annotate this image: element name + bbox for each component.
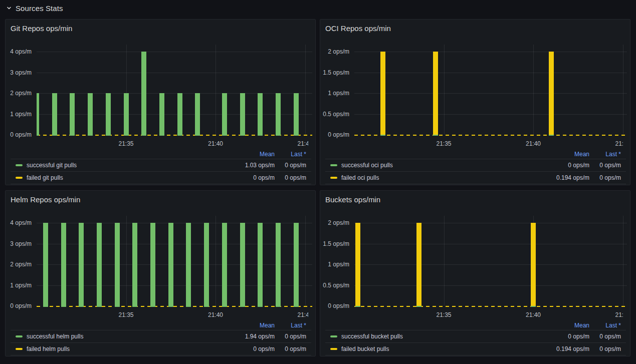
zero-line xyxy=(37,306,312,307)
legend-series-label[interactable]: successful git pulls xyxy=(27,162,77,169)
legend-series-label[interactable]: failed helm pulls xyxy=(27,345,70,352)
x-axis-tick-label: 21:35 xyxy=(436,311,451,319)
bar xyxy=(549,52,554,136)
grid-line-h xyxy=(37,285,312,286)
legend-row: successful helm pulls1.94 ops/m0 ops/m xyxy=(11,330,311,342)
bar xyxy=(177,93,182,136)
y-axis-tick-label: 1 ops/m xyxy=(328,89,349,97)
chart-plot[interactable] xyxy=(37,45,312,136)
grid-line-v xyxy=(216,216,216,306)
bar xyxy=(132,223,137,307)
legend-swatch[interactable] xyxy=(330,177,337,179)
legend-header: MeanLast * xyxy=(11,150,311,159)
x-axis-tick-label: 21:35 xyxy=(118,140,133,148)
legend-series-label[interactable]: failed oci pulls xyxy=(341,174,379,181)
x-axis-tick-label: 21:35 xyxy=(436,140,451,148)
legend-row: successful bucket pulls0 ops/m0 ops/m xyxy=(325,330,626,342)
legend-swatch[interactable] xyxy=(16,348,23,350)
zero-line xyxy=(354,135,627,136)
grid-line-h xyxy=(354,93,627,94)
legend-series-label[interactable]: successful bucket pulls xyxy=(341,333,403,340)
zero-base-mark xyxy=(416,306,421,307)
zero-base-mark xyxy=(531,306,536,307)
bar xyxy=(106,93,111,136)
grid-line-h xyxy=(37,73,312,73)
y-axis-tick-label: 3 ops/m xyxy=(10,69,32,77)
bar xyxy=(186,223,191,307)
grid-line-v xyxy=(305,45,306,135)
y-axis-tick-label: 4 ops/m xyxy=(10,48,32,56)
grid-line-v xyxy=(533,45,534,135)
legend-row: successful git pulls1.03 ops/m0 ops/m xyxy=(11,159,311,171)
y-axis-tick-label: 1 ops/m xyxy=(328,260,349,268)
bar xyxy=(240,93,245,136)
legend-header: MeanLast * xyxy=(11,321,311,330)
grid-line-h xyxy=(354,244,627,244)
bar xyxy=(416,223,421,307)
legend-col-mean[interactable]: Mean xyxy=(574,321,589,330)
x-axis-tick-label: 21:45 xyxy=(615,140,623,148)
legend-series-label[interactable]: failed bucket pulls xyxy=(341,345,389,352)
y-axis-tick-label: 1.5 ops/m xyxy=(323,69,349,77)
bar xyxy=(168,223,173,307)
panel-title[interactable]: Helm Repos ops/min xyxy=(11,195,80,205)
chart-plot[interactable] xyxy=(354,216,627,307)
zero-base-mark xyxy=(433,135,438,136)
bar xyxy=(380,52,385,136)
x-axis-tick-label: 21:45 xyxy=(297,311,308,319)
chart-plot[interactable] xyxy=(354,45,627,136)
legend-swatch[interactable] xyxy=(16,177,23,179)
legend-row: failed oci pulls0.194 ops/m0 ops/m xyxy=(325,171,626,184)
panel-title[interactable]: OCI Repos ops/min xyxy=(325,24,391,34)
y-axis-tick-label: 0 ops/m xyxy=(10,131,32,139)
grid-line-h xyxy=(37,93,312,94)
panel-title[interactable]: Git Repos ops/min xyxy=(11,24,72,34)
grid-line-h xyxy=(37,114,312,115)
grid-line-h xyxy=(354,264,627,265)
bar xyxy=(258,223,263,307)
grid-line-v xyxy=(216,45,216,135)
legend-last-value: 0 ops/m xyxy=(599,159,621,171)
y-axis-tick-label: 0.5 ops/m xyxy=(323,110,349,118)
legend-swatch[interactable] xyxy=(330,335,337,337)
bar xyxy=(258,93,263,136)
legend-mean-value: 0.194 ops/m xyxy=(556,343,589,355)
bar xyxy=(276,93,281,136)
legend-swatch[interactable] xyxy=(330,348,337,350)
legend-col-last[interactable]: Last * xyxy=(291,321,306,330)
legend-col-last[interactable]: Last * xyxy=(605,321,621,330)
sources-stats-row-header[interactable]: Sources Stats xyxy=(6,2,63,15)
y-axis-tick-label: 4 ops/m xyxy=(10,219,32,227)
bar xyxy=(88,93,93,136)
x-axis-tick-label: 21:45 xyxy=(297,140,308,148)
x-axis-tick-label: 21:40 xyxy=(208,140,223,148)
legend-col-mean[interactable]: Mean xyxy=(574,150,589,159)
grid-line-v xyxy=(623,45,623,135)
panel-helm-repos: Helm Repos ops/min4 ops/m3 ops/m2 ops/m1… xyxy=(5,190,316,356)
legend-mean-value: 1.94 ops/m xyxy=(245,330,275,342)
panel-title[interactable]: Buckets ops/min xyxy=(325,195,380,205)
panel-git-repos: Git Repos ops/min4 ops/m3 ops/m2 ops/m1 … xyxy=(5,19,316,185)
legend-row: successful oci pulls0 ops/m0 ops/m xyxy=(325,159,626,171)
legend-col-last[interactable]: Last * xyxy=(605,150,621,159)
legend: MeanLast *successful git pulls1.03 ops/m… xyxy=(11,150,311,184)
legend-swatch[interactable] xyxy=(16,164,23,166)
legend-series-label[interactable]: failed git pulls xyxy=(27,174,63,181)
legend-col-mean[interactable]: Mean xyxy=(260,321,275,330)
legend-swatch[interactable] xyxy=(16,335,23,337)
bar xyxy=(97,223,102,307)
bar xyxy=(240,223,245,307)
legend-last-value: 0 ops/m xyxy=(285,159,306,171)
zero-base-mark xyxy=(380,135,385,136)
bar xyxy=(52,93,57,136)
legend-col-last[interactable]: Last * xyxy=(291,150,306,159)
legend-swatch[interactable] xyxy=(330,164,337,166)
x-axis-tick-label: 21:35 xyxy=(118,311,133,319)
legend-series-label[interactable]: successful helm pulls xyxy=(27,333,83,340)
chart-plot[interactable] xyxy=(37,216,312,307)
legend-col-mean[interactable]: Mean xyxy=(260,150,275,159)
legend-series-label[interactable]: successful oci pulls xyxy=(341,162,393,169)
y-axis-tick-label: 2 ops/m xyxy=(10,89,32,97)
legend-mean-value: 0 ops/m xyxy=(568,330,589,342)
bar xyxy=(531,223,536,307)
